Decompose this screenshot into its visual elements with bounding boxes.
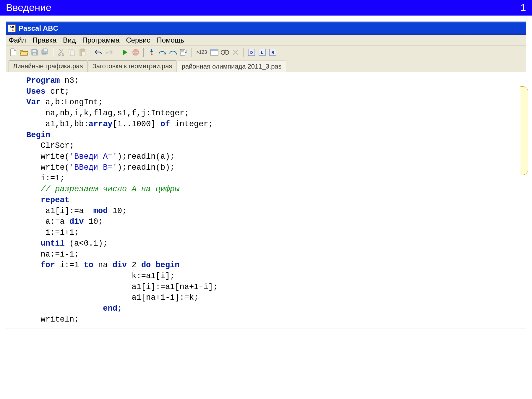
toolbar-separator <box>243 48 244 57</box>
code-text: writeln; <box>26 315 79 324</box>
svg-text:L: L <box>261 51 263 55</box>
slide-page-number: 1 <box>520 2 526 13</box>
svg-rect-14 <box>210 49 218 51</box>
code-text: k:=a1[i]; <box>26 272 175 280</box>
sticky-note <box>520 86 528 175</box>
undo-icon[interactable] <box>94 48 103 57</box>
redo-icon[interactable] <box>104 48 114 57</box>
slide-title: Введение <box>6 2 51 13</box>
svg-point-3 <box>59 54 60 56</box>
code-text: a1[i]:=a <box>26 207 93 215</box>
cut-icon[interactable] <box>56 48 66 57</box>
code-text: i:=1 <box>55 261 84 270</box>
code-comment: // разрезаем число A на цифры <box>26 185 179 194</box>
window-title: Pascal ABC <box>19 24 58 33</box>
menu-view[interactable]: Вид <box>63 36 76 44</box>
run-to-cursor-icon[interactable] <box>179 48 188 57</box>
code-text: 10; <box>108 207 127 215</box>
svg-text:R: R <box>272 51 274 55</box>
svg-rect-8 <box>81 49 84 50</box>
menu-edit[interactable]: Правка <box>33 36 56 44</box>
svg-rect-1 <box>33 53 36 55</box>
code-text: integer; <box>170 120 213 129</box>
svg-rect-12 <box>180 49 185 55</box>
code-text: a1[na+1-i]:=k; <box>26 293 199 302</box>
code-keyword: Program <box>26 76 60 85</box>
code-text: a1,b1,bb: <box>26 120 89 129</box>
stop-icon[interactable]: STOP <box>131 48 140 57</box>
ide-window: ABC Pascal ABC Файл Правка Вид Программа… <box>6 22 526 328</box>
code-keyword: div <box>113 261 127 270</box>
code-text: na <box>93 261 113 270</box>
svg-rect-0 <box>33 50 36 52</box>
locals-icon[interactable]: L <box>257 48 267 57</box>
svg-text:STOP: STOP <box>133 51 139 53</box>
code-text: ClrScr; <box>26 141 74 150</box>
code-text: a:=a <box>26 217 69 226</box>
save-icon[interactable] <box>30 48 39 57</box>
code-keyword: of <box>160 120 170 129</box>
menu-help[interactable]: Помощь <box>157 36 184 44</box>
watch-icon[interactable] <box>220 48 230 57</box>
toolbar: STOP >123 D L <box>6 46 526 59</box>
app-icon: ABC <box>8 25 16 32</box>
tab-file-1[interactable]: Линейные графика.pas <box>9 60 87 72</box>
paste-icon[interactable] <box>78 48 87 57</box>
slide-header: Введение 1 <box>0 0 532 16</box>
menu-program[interactable]: Программа <box>82 36 120 44</box>
code-keyword: array <box>89 120 113 129</box>
show-values-icon[interactable]: >123 <box>195 48 208 57</box>
tab-file-2[interactable]: Заготовка к геометрии.pas <box>88 60 177 72</box>
code-string: 'ВВеди B=' <box>69 163 117 172</box>
step-out-icon[interactable] <box>168 48 178 57</box>
menu-service[interactable]: Сервис <box>126 36 150 44</box>
code-text: n3; <box>60 76 79 85</box>
new-file-icon[interactable] <box>9 48 18 57</box>
code-text: na:=i-1; <box>26 250 79 259</box>
svg-rect-9 <box>82 51 85 56</box>
code-keyword: do begin <box>141 261 180 270</box>
toolbar-separator <box>53 48 53 57</box>
code-text: a,b:LongInt; <box>41 98 103 107</box>
code-text: i:=1; <box>26 174 65 183</box>
menu-bar: Файл Правка Вид Программа Сервис Помощь <box>6 35 526 46</box>
code-keyword: Begin <box>26 131 50 140</box>
copy-icon[interactable] <box>67 48 77 57</box>
declarations-icon[interactable]: D <box>247 48 256 57</box>
code-keyword: Uses <box>26 87 46 96</box>
title-bar: ABC Pascal ABC <box>6 22 526 35</box>
code-keyword: for <box>26 261 55 270</box>
code-editor[interactable]: Program n3; Uses crt; Var a,b:LongInt; n… <box>6 72 526 328</box>
code-text: write( <box>26 152 69 161</box>
code-text: );readln(a); <box>117 152 175 161</box>
svg-rect-2 <box>44 49 47 51</box>
run-icon[interactable] <box>120 48 130 57</box>
code-keyword: mod <box>93 207 108 215</box>
code-text: crt; <box>46 87 69 96</box>
code-text: (a<0.1); <box>65 239 108 248</box>
code-text: [1..1000] <box>113 120 160 129</box>
menu-file[interactable]: Файл <box>9 36 26 44</box>
code-text: write( <box>26 163 69 172</box>
code-text: 2 <box>127 261 141 270</box>
code-keyword: until <box>26 239 65 248</box>
code-text: );readln(b); <box>117 163 175 172</box>
code-text: na,nb,i,k,flag,s1,f,j:Integer; <box>26 109 189 118</box>
svg-point-11 <box>151 53 153 55</box>
step-into-icon[interactable] <box>147 48 156 57</box>
code-text: i:=i+1; <box>26 228 79 237</box>
toolbar-separator <box>191 48 192 57</box>
tab-file-3[interactable]: районная олимпиада 2011_3.pas <box>177 61 286 72</box>
code-keyword: end; <box>26 304 122 313</box>
registers-icon[interactable]: R <box>268 48 278 57</box>
output-window-icon[interactable] <box>210 48 219 57</box>
save-all-icon[interactable] <box>40 48 50 57</box>
toolbar-separator <box>90 48 91 57</box>
svg-rect-6 <box>70 51 74 56</box>
code-string: 'Введи A=' <box>69 152 117 161</box>
toolbar-separator <box>143 48 144 57</box>
delete-icon[interactable] <box>231 48 240 57</box>
step-over-icon[interactable] <box>158 48 167 57</box>
open-file-icon[interactable] <box>19 48 29 57</box>
code-keyword: Var <box>26 98 41 107</box>
